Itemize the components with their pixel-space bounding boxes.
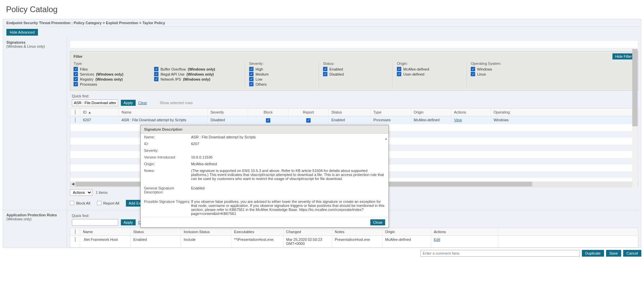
chk-buffer-note: (Windows only) xyxy=(188,67,215,71)
modal-id-label: ID: xyxy=(144,142,191,146)
chk-high-label: High xyxy=(256,67,263,71)
row-checkbox[interactable] xyxy=(75,118,76,122)
row-view-link[interactable]: View xyxy=(454,118,462,122)
th2-changed[interactable]: Changed xyxy=(283,228,332,235)
th-actions[interactable]: Actions xyxy=(451,108,491,116)
chk-services[interactable]: ✓ xyxy=(74,72,78,76)
quickfind-input[interactable] xyxy=(72,99,118,106)
row-origin: McAfee-defined xyxy=(411,116,451,124)
apr-row-checkbox[interactable] xyxy=(75,237,76,242)
chk-high[interactable]: ✓ xyxy=(249,67,254,71)
th2-incl[interactable]: Inclusion Status xyxy=(181,228,231,235)
th-name[interactable]: Name xyxy=(119,108,208,116)
th-type[interactable]: Type xyxy=(371,108,411,116)
content-spacer xyxy=(70,40,638,48)
th-severity[interactable]: Severity xyxy=(208,108,248,116)
save-button[interactable]: Save xyxy=(606,250,621,257)
block-all-checkbox[interactable] xyxy=(70,201,74,205)
chk-windows-label: Windows xyxy=(477,67,492,71)
th-report[interactable]: Report xyxy=(288,108,329,116)
quickfind2-input[interactable] xyxy=(72,219,118,226)
select-all-checkbox[interactable] xyxy=(75,110,76,115)
th2-origin[interactable]: Origin xyxy=(382,228,431,235)
modal-pst-label: Possible Signature Triggers: xyxy=(144,200,191,216)
chk-mcafee-label: McAfee-defined xyxy=(403,67,429,71)
th2-status[interactable]: Status xyxy=(131,228,181,235)
chk-processes[interactable]: ✓ xyxy=(74,82,78,86)
chk-medium[interactable]: ✓ xyxy=(249,72,254,76)
apr-select-all-checkbox[interactable] xyxy=(75,229,76,234)
th-status[interactable]: Status xyxy=(329,108,371,116)
chk-mcafee[interactable]: ✓ xyxy=(397,67,401,71)
hide-filter-button[interactable]: Hide Filter xyxy=(612,53,635,59)
chk-illegal[interactable]: ✓ xyxy=(154,72,158,76)
modal-scroll-up-icon[interactable]: ▲ xyxy=(384,137,388,140)
th2-name[interactable]: Name xyxy=(80,228,131,235)
chk-others-label: Others xyxy=(256,82,267,86)
sidebar-apr-title: Application Protection Rules xyxy=(6,213,63,217)
modal-name-label: Name: xyxy=(144,135,191,139)
comment-input[interactable] xyxy=(420,250,580,257)
chk-nips[interactable]: ✓ xyxy=(154,77,158,81)
apr-row-name: .Net Framework Host xyxy=(80,236,131,247)
chk-linux[interactable]: ✓ xyxy=(471,72,475,76)
chk-files-label: Files xyxy=(80,67,88,71)
th2-actions[interactable]: Actions xyxy=(431,228,498,235)
apr-row-edit-link[interactable]: Edit xyxy=(434,237,440,242)
chk-low[interactable]: ✓ xyxy=(249,77,254,81)
quickfind-apply-button[interactable]: Apply xyxy=(121,100,136,106)
apr-table: Name Status Inclusion Status Executables… xyxy=(70,228,638,248)
cancel-button[interactable]: Cancel xyxy=(623,250,641,257)
th-id[interactable]: ID xyxy=(83,110,87,114)
row-status: Enabled xyxy=(329,116,371,124)
signature-row[interactable]: 6207 ASR : File Download attempt by Scri… xyxy=(70,116,638,124)
modal-pst-value: If you observe false positives, you are … xyxy=(191,200,385,216)
row-report-checkbox[interactable]: ✓ xyxy=(306,118,311,123)
apr-row-notes: PresentationHost.exe xyxy=(332,236,382,247)
chk-nips-label: Network IPS xyxy=(160,77,181,81)
actions-dropdown[interactable]: Actions xyxy=(70,189,92,196)
sidebar-signatures-title: Signatures xyxy=(6,40,63,44)
th-block[interactable]: Block xyxy=(248,108,288,116)
th-os[interactable]: Operating xyxy=(491,108,511,116)
apr-row-exec: **\PresentationHost.exe; xyxy=(231,236,283,247)
chk-buffer-label: Buffer Overflow xyxy=(160,67,186,71)
chk-others[interactable]: ✓ xyxy=(249,82,254,86)
report-all-checkbox[interactable] xyxy=(97,201,101,205)
chk-enabled[interactable]: ✓ xyxy=(323,67,327,71)
chk-files[interactable]: ✓ xyxy=(74,67,78,71)
vertical-scrollbar[interactable] xyxy=(632,49,638,193)
show-selected-rows-link[interactable]: Show selected rows xyxy=(160,101,193,105)
quickfind2-apply-button[interactable]: Apply xyxy=(121,219,136,225)
modal-close-button[interactable]: Close xyxy=(370,219,385,225)
sidebar-signatures-subtitle: (Windows & Linux only) xyxy=(6,44,63,48)
duplicate-button[interactable]: Duplicate xyxy=(582,250,604,257)
modal-name-value: ASR : File Download attempt by Scripts xyxy=(191,135,385,139)
chk-registry[interactable]: ✓ xyxy=(74,77,78,81)
row-name: ASR : File Download attempt by Scripts xyxy=(119,116,208,124)
scroll-left-icon[interactable]: ◀ xyxy=(70,182,76,186)
chk-user[interactable]: ✓ xyxy=(397,72,401,76)
th2-exec[interactable]: Executables xyxy=(231,228,283,235)
chk-disabled[interactable]: ✓ xyxy=(323,72,327,76)
chk-user-label: User-defined xyxy=(403,72,424,76)
chk-buffer[interactable]: ✓ xyxy=(154,67,158,71)
hide-advanced-button[interactable]: Hide Advanced xyxy=(6,29,38,36)
chk-enabled-label: Enabled xyxy=(329,67,343,71)
sidebar-apr-subtitle: (Windows only) xyxy=(6,217,63,221)
apr-row-changed: Mar 25,2020 02:50:23 GMT+0000 xyxy=(283,236,332,247)
quickfind-clear-link[interactable]: Clear xyxy=(138,101,147,105)
row-severity: Disabled xyxy=(208,116,248,124)
apr-row[interactable]: .Net Framework Host Enabled Include **\P… xyxy=(70,236,638,247)
filter-status-label: Status: xyxy=(323,61,389,65)
modal-id-value: 6207 xyxy=(191,142,385,146)
row-block-checkbox[interactable]: ✓ xyxy=(266,118,270,123)
apr-row-status: Enabled xyxy=(131,236,181,247)
vscroll-thumb[interactable] xyxy=(632,49,638,126)
chk-illegal-note: (Windows only) xyxy=(187,72,214,76)
th-origin[interactable]: Origin xyxy=(411,108,451,116)
chk-windows[interactable]: ✓ xyxy=(471,67,475,71)
modal-notes-value: (The signature is supported on ENS 10.5.… xyxy=(191,169,385,181)
th2-notes[interactable]: Notes xyxy=(332,228,382,235)
chk-disabled-label: Disabled xyxy=(329,72,344,76)
